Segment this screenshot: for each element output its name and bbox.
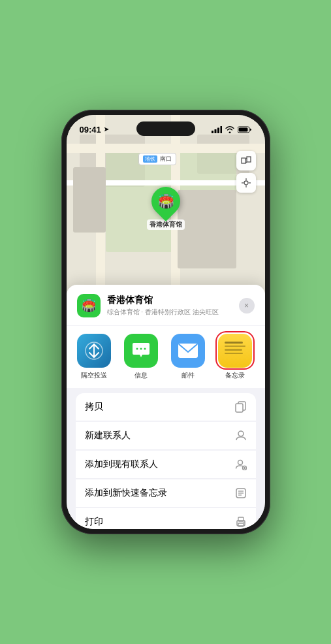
airdrop-icon [77,334,111,368]
messages-icon [124,334,158,368]
add-contact-label: 添加到现有联系人 [85,459,158,470]
location-name: 香港体育馆 [107,295,239,306]
location-info: 香港体育馆 综合体育馆 · 香港特别行政区 油尖旺区 [107,295,239,317]
airdrop-label: 隔空投送 [81,371,107,380]
svg-rect-0 [212,131,213,133]
action-list: 拷贝 新建联系人 添加到现有联系人 [67,393,265,529]
location-header: 🏟️ 香港体育馆 综合体育馆 · 香港特别行政区 油尖旺区 × [67,285,265,325]
svg-rect-7 [247,157,251,162]
location-app-icon: 🏟️ [77,294,101,317]
time-display: 09:41 [80,125,101,135]
action-quick-note[interactable]: 添加到新快速备忘录 [76,479,256,507]
map-type-button[interactable] [236,151,256,170]
map-marker: 🏟️ 香港体育馆 [147,187,185,230]
map-label-text: 南口 [160,155,172,162]
app-item-mail[interactable]: 邮件 [166,334,210,380]
battery-icon [238,126,252,133]
new-contact-icon [235,430,247,442]
svg-rect-6 [242,158,245,163]
svg-rect-5 [238,127,247,131]
app-item-airdrop[interactable]: 隔空投送 [72,334,116,380]
copy-label: 拷贝 [85,401,103,413]
mail-icon [171,334,205,368]
svg-point-16 [136,348,138,350]
copy-icon [235,401,247,413]
signal-icon [212,126,222,133]
phone-frame: 09:41 ➤ [61,110,270,534]
action-copy[interactable]: 拷贝 [76,393,256,421]
svg-point-10 [244,181,248,185]
svg-rect-1 [214,129,216,133]
svg-point-22 [238,431,244,436]
action-print[interactable]: 打印 [76,508,256,529]
notes-label: 备忘录 [225,371,245,380]
svg-point-34 [243,522,244,523]
status-time: 09:41 ➤ [80,125,109,135]
action-new-contact[interactable]: 新建联系人 [76,422,256,450]
close-button[interactable]: × [239,298,255,314]
location-arrow-icon: ➤ [104,126,109,133]
share-apps-row: 隔空投送 信息 [67,326,265,388]
app-item-more[interactable]: 更多 [260,334,265,380]
app-item-notes[interactable]: 备忘录 [213,334,257,380]
map-background: 地铁 南口 🏟️ 香港体育馆 [67,115,265,311]
dynamic-island [136,121,195,136]
wifi-icon [225,126,234,133]
app-item-messages[interactable]: 信息 [119,334,163,380]
svg-point-23 [238,460,242,465]
add-contact-icon [235,459,247,470]
status-icons [212,126,252,133]
mail-label: 邮件 [181,371,195,380]
new-contact-label: 新建联系人 [85,430,131,442]
apps-list: 隔空投送 信息 [72,334,260,380]
location-button[interactable] [236,173,256,193]
bottom-sheet: 🏟️ 香港体育馆 综合体育馆 · 香港特别行政区 油尖旺区 × [67,285,265,529]
svg-point-17 [140,348,142,350]
print-label: 打印 [85,516,103,528]
quick-note-icon [235,487,247,499]
print-icon [235,516,247,528]
svg-rect-2 [217,127,219,133]
svg-rect-21 [236,404,243,412]
svg-point-18 [144,348,146,350]
messages-label: 信息 [134,371,148,380]
notes-icon [218,334,252,368]
action-add-contact[interactable]: 添加到现有联系人 [76,451,256,479]
quick-note-label: 添加到新快速备忘录 [85,487,167,499]
marker-pin: 🏟️ [145,181,185,221]
map-entrance-label: 地铁 南口 [138,153,177,165]
map-controls [236,151,256,195]
location-description: 综合体育馆 · 香港特别行政区 油尖旺区 [107,308,239,317]
svg-rect-3 [220,126,222,133]
phone-screen: 09:41 ➤ [67,115,265,529]
